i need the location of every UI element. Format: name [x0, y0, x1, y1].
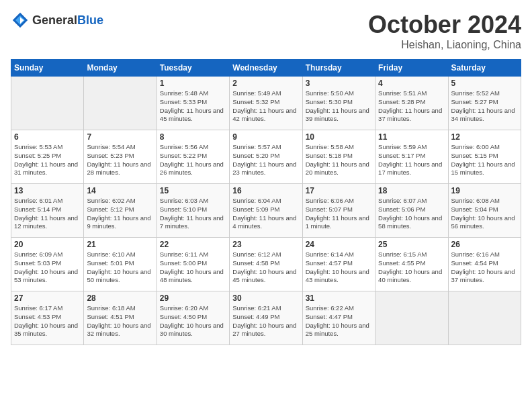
- location-title: Heishan, Liaoning, China: [368, 39, 521, 51]
- day-detail: Sunrise: 6:01 AM Sunset: 5:14 PM Dayligh…: [14, 197, 81, 231]
- calendar-cell: 29Sunrise: 6:20 AM Sunset: 4:50 PM Dayli…: [157, 291, 229, 345]
- calendar-cell: 11Sunrise: 5:59 AM Sunset: 5:17 PM Dayli…: [375, 130, 448, 184]
- day-detail: Sunrise: 5:51 AM Sunset: 5:28 PM Dayligh…: [378, 89, 445, 124]
- day-number: 4: [378, 79, 445, 88]
- week-row-1: 1Sunrise: 5:48 AM Sunset: 5:33 PM Daylig…: [11, 77, 521, 130]
- week-row-5: 27Sunrise: 6:17 AM Sunset: 4:53 PM Dayli…: [11, 291, 521, 345]
- calendar-cell: 13Sunrise: 6:01 AM Sunset: 5:14 PM Dayli…: [11, 184, 84, 238]
- day-detail: Sunrise: 5:58 AM Sunset: 5:18 PM Dayligh…: [306, 143, 372, 177]
- month-title: October 2024: [368, 11, 521, 39]
- calendar-cell: 30Sunrise: 6:21 AM Sunset: 4:49 PM Dayli…: [230, 291, 302, 345]
- logo-icon: [11, 11, 30, 30]
- day-detail: Sunrise: 6:18 AM Sunset: 4:51 PM Dayligh…: [87, 304, 153, 338]
- calendar-cell: 12Sunrise: 6:00 AM Sunset: 5:15 PM Dayli…: [448, 130, 521, 184]
- day-detail: Sunrise: 5:57 AM Sunset: 5:20 PM Dayligh…: [232, 143, 299, 177]
- day-detail: Sunrise: 6:07 AM Sunset: 5:06 PM Dayligh…: [378, 197, 445, 231]
- day-number: 24: [306, 240, 372, 249]
- day-number: 13: [14, 186, 81, 195]
- day-number: 29: [160, 293, 226, 303]
- logo-text-general: General: [32, 13, 77, 27]
- day-detail: Sunrise: 6:12 AM Sunset: 4:58 PM Dayligh…: [232, 250, 299, 285]
- day-number: 30: [232, 293, 299, 303]
- day-number: 21: [87, 240, 153, 249]
- day-number: 8: [160, 132, 226, 142]
- day-detail: Sunrise: 6:16 AM Sunset: 4:54 PM Dayligh…: [451, 250, 518, 285]
- calendar-cell: 28Sunrise: 6:18 AM Sunset: 4:51 PM Dayli…: [84, 291, 157, 345]
- calendar-cell: 14Sunrise: 6:02 AM Sunset: 5:12 PM Dayli…: [84, 184, 157, 238]
- calendar-cell: 21Sunrise: 6:10 AM Sunset: 5:01 PM Dayli…: [84, 238, 157, 291]
- day-detail: Sunrise: 5:56 AM Sunset: 5:22 PM Dayligh…: [160, 143, 226, 177]
- day-number: 9: [232, 132, 299, 142]
- calendar-cell: 10Sunrise: 5:58 AM Sunset: 5:18 PM Dayli…: [302, 130, 375, 184]
- weekday-header-thursday: Thursday: [302, 60, 375, 77]
- day-number: 7: [87, 132, 153, 142]
- day-number: 25: [378, 240, 445, 249]
- calendar-cell: 1Sunrise: 5:48 AM Sunset: 5:33 PM Daylig…: [157, 77, 229, 130]
- day-number: 11: [378, 132, 445, 142]
- calendar-cell: 17Sunrise: 6:06 AM Sunset: 5:07 PM Dayli…: [302, 184, 375, 238]
- day-detail: Sunrise: 6:11 AM Sunset: 5:00 PM Dayligh…: [160, 250, 226, 285]
- day-number: 3: [306, 79, 372, 88]
- calendar-cell: 16Sunrise: 6:04 AM Sunset: 5:09 PM Dayli…: [230, 184, 302, 238]
- calendar-cell: 19Sunrise: 6:08 AM Sunset: 5:04 PM Dayli…: [448, 184, 521, 238]
- day-detail: Sunrise: 5:52 AM Sunset: 5:27 PM Dayligh…: [451, 89, 518, 124]
- calendar-cell: 3Sunrise: 5:50 AM Sunset: 5:30 PM Daylig…: [302, 77, 375, 130]
- day-detail: Sunrise: 6:21 AM Sunset: 4:49 PM Dayligh…: [232, 304, 299, 338]
- day-detail: Sunrise: 6:14 AM Sunset: 4:57 PM Dayligh…: [306, 250, 372, 285]
- day-number: 22: [160, 240, 226, 249]
- calendar-cell: 6Sunrise: 5:53 AM Sunset: 5:25 PM Daylig…: [11, 130, 84, 184]
- day-number: 12: [451, 132, 518, 142]
- calendar-cell: 22Sunrise: 6:11 AM Sunset: 5:00 PM Dayli…: [157, 238, 229, 291]
- calendar-cell: 9Sunrise: 5:57 AM Sunset: 5:20 PM Daylig…: [230, 130, 302, 184]
- day-number: 5: [451, 79, 518, 88]
- day-detail: Sunrise: 5:50 AM Sunset: 5:30 PM Dayligh…: [306, 89, 372, 124]
- calendar-cell: 27Sunrise: 6:17 AM Sunset: 4:53 PM Dayli…: [11, 291, 84, 345]
- title-block: October 2024 Heishan, Liaoning, China: [368, 11, 521, 51]
- weekday-header-wednesday: Wednesday: [230, 60, 302, 77]
- day-detail: Sunrise: 6:00 AM Sunset: 5:15 PM Dayligh…: [451, 143, 518, 177]
- weekday-header-friday: Friday: [375, 60, 448, 77]
- calendar-cell: [448, 291, 521, 345]
- weekday-header-monday: Monday: [84, 60, 157, 77]
- day-number: 16: [232, 186, 299, 195]
- weekday-header-sunday: Sunday: [11, 60, 84, 77]
- day-number: 23: [232, 240, 299, 249]
- day-number: 2: [232, 79, 299, 88]
- calendar-cell: [11, 77, 84, 130]
- day-number: 1: [160, 79, 226, 88]
- day-number: 15: [160, 186, 226, 195]
- day-number: 26: [451, 240, 518, 249]
- weekday-header-tuesday: Tuesday: [157, 60, 229, 77]
- day-number: 17: [306, 186, 372, 195]
- calendar-cell: [375, 291, 448, 345]
- day-number: 10: [306, 132, 372, 142]
- day-detail: Sunrise: 5:59 AM Sunset: 5:17 PM Dayligh…: [378, 143, 445, 177]
- day-detail: Sunrise: 6:15 AM Sunset: 4:55 PM Dayligh…: [378, 250, 445, 285]
- day-detail: Sunrise: 6:09 AM Sunset: 5:03 PM Dayligh…: [14, 250, 81, 285]
- day-detail: Sunrise: 6:08 AM Sunset: 5:04 PM Dayligh…: [451, 197, 518, 231]
- calendar-cell: 20Sunrise: 6:09 AM Sunset: 5:03 PM Dayli…: [11, 238, 84, 291]
- day-number: 6: [14, 132, 81, 142]
- calendar-cell: 5Sunrise: 5:52 AM Sunset: 5:27 PM Daylig…: [448, 77, 521, 130]
- day-detail: Sunrise: 5:49 AM Sunset: 5:32 PM Dayligh…: [232, 89, 299, 124]
- day-detail: Sunrise: 5:48 AM Sunset: 5:33 PM Dayligh…: [160, 89, 226, 124]
- calendar-cell: 7Sunrise: 5:54 AM Sunset: 5:23 PM Daylig…: [84, 130, 157, 184]
- week-row-3: 13Sunrise: 6:01 AM Sunset: 5:14 PM Dayli…: [11, 184, 521, 238]
- day-detail: Sunrise: 5:54 AM Sunset: 5:23 PM Dayligh…: [87, 143, 153, 177]
- day-detail: Sunrise: 6:20 AM Sunset: 4:50 PM Dayligh…: [160, 304, 226, 338]
- logo: GeneralBlue: [11, 11, 103, 30]
- weekday-header-row: SundayMondayTuesdayWednesdayThursdayFrid…: [11, 60, 521, 77]
- day-detail: Sunrise: 6:17 AM Sunset: 4:53 PM Dayligh…: [14, 304, 81, 338]
- calendar-cell: 23Sunrise: 6:12 AM Sunset: 4:58 PM Dayli…: [230, 238, 302, 291]
- day-number: 19: [451, 186, 518, 195]
- day-detail: Sunrise: 6:22 AM Sunset: 4:47 PM Dayligh…: [306, 304, 372, 338]
- day-number: 28: [87, 293, 153, 303]
- calendar-cell: 26Sunrise: 6:16 AM Sunset: 4:54 PM Dayli…: [448, 238, 521, 291]
- calendar-cell: 4Sunrise: 5:51 AM Sunset: 5:28 PM Daylig…: [375, 77, 448, 130]
- day-number: 27: [14, 293, 81, 303]
- calendar-cell: 31Sunrise: 6:22 AM Sunset: 4:47 PM Dayli…: [302, 291, 375, 345]
- day-detail: Sunrise: 6:10 AM Sunset: 5:01 PM Dayligh…: [87, 250, 153, 285]
- day-number: 20: [14, 240, 81, 249]
- logo-text-blue: Blue: [77, 13, 103, 27]
- week-row-2: 6Sunrise: 5:53 AM Sunset: 5:25 PM Daylig…: [11, 130, 521, 184]
